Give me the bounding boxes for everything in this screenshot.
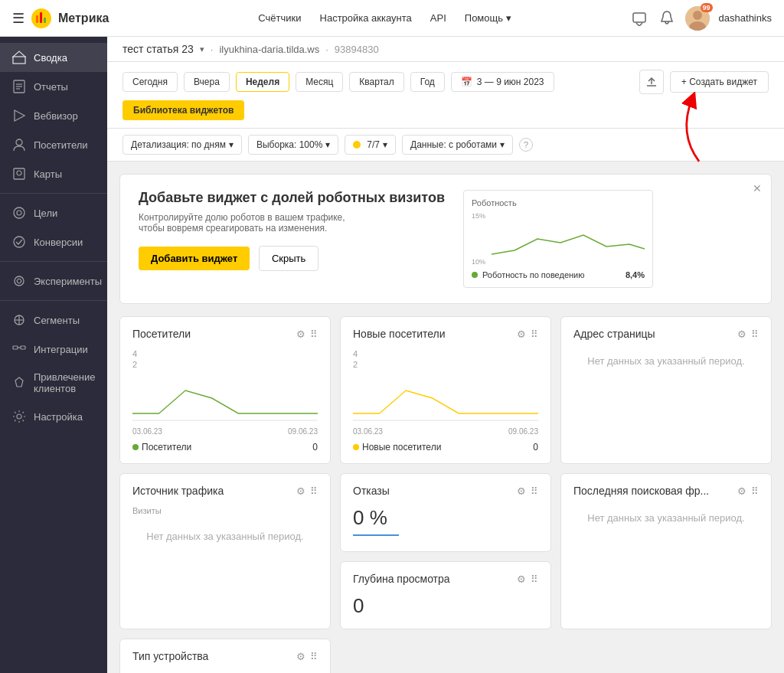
gear-icon[interactable]: ⚙ [296,651,305,662]
widget-otkazы: Отказы ⚙ ⠿ 0 % [340,473,551,552]
grid-icon[interactable]: ⠿ [310,328,318,340]
hamburger-icon[interactable]: ☰ [12,10,24,27]
counter-dropdown-arrow[interactable]: ▾ [200,44,204,54]
widget-depth-header: Глубина просмотра ⚙ ⠿ [353,573,538,585]
widget-traffic-title: Источник трафика [132,485,224,497]
date-range-picker[interactable]: 📅 3 — 9 июн 2023 [451,72,554,92]
svg-point-19 [14,237,24,247]
sidebar-item-integracii[interactable]: Интеграции [0,335,107,364]
detail-select[interactable]: Детализация: по дням ▾ [122,135,242,155]
upload-button[interactable] [639,70,664,94]
widget-device-header: Тип устройства ⚙ ⠿ [132,650,318,662]
data-source-select[interactable]: Данные: с роботами ▾ [402,135,513,155]
svg-point-14 [16,139,22,145]
grid-icon[interactable]: ⠿ [310,651,318,662]
grid-icon[interactable]: ⠿ [531,573,538,585]
create-widget-button[interactable]: + Создать виджет [670,71,769,93]
library-button[interactable]: Библиотека виджетов [122,100,244,120]
widget-address-title: Адрес страницы [573,328,655,340]
period-quarter[interactable]: Квартал [349,72,403,92]
sidebar-item-karty[interactable]: Карты [0,159,107,188]
svg-point-17 [14,207,24,218]
sidebar-item-posetiteli[interactable]: Посетители [0,130,107,159]
period-year[interactable]: Год [410,72,445,92]
sidebar-item-privlechenie[interactable]: Привлечение клиентов [0,364,107,402]
grid-icon[interactable]: ⠿ [751,485,759,497]
grid-icon[interactable]: ⠿ [531,328,538,340]
settings-icon [12,410,26,423]
sidebar-item-otchety[interactable]: Отчеты [0,72,107,101]
sidebar-item-tseli[interactable]: Цели [0,198,107,227]
gear-icon[interactable]: ⚙ [517,328,526,340]
gear-icon[interactable]: ⚙ [296,328,305,340]
gear-icon[interactable]: ⚙ [737,328,746,340]
message-icon[interactable] [630,9,648,28]
sidebar-item-svodka[interactable]: Сводка [0,43,107,72]
gear-icon[interactable]: ⚙ [737,485,746,497]
period-week[interactable]: Неделя [236,72,289,92]
period-today[interactable]: Сегодня [122,72,178,92]
grid-icon[interactable]: ⠿ [531,485,538,497]
promo-add-button[interactable]: Добавить виджет [139,247,250,270]
nav-link-nastroika[interactable]: Настройка аккаунта [320,12,412,24]
promo-chart-title: Роботность [472,198,645,207]
bell-icon[interactable] [658,9,676,28]
play-icon [12,109,26,123]
sidebar-item-segmenty[interactable]: Сегменты [0,305,107,335]
promo-hide-button[interactable]: Скрыть [259,246,318,271]
widget-underline [353,534,399,536]
widget-depth-value: 0 [353,594,538,618]
legend-dot-green [472,272,478,278]
toolbar-row1: Сегодня Вчера Неделя Месяц Квартал Год 📅… [107,62,784,129]
widget-otkazы-title: Отказы [353,485,390,497]
widget-traffic-actions: ⚙ ⠿ [296,485,318,497]
widget-visitors-title: Посетители [132,328,191,340]
sidebar-item-nastroika[interactable]: Настройка [0,402,107,431]
visitors-val2: 2 [132,360,137,369]
promo-banner: Добавьте виджет с долей роботных визитов… [119,174,772,304]
sample-select[interactable]: Выборка: 100% ▾ [248,135,338,155]
notification-badge: 99 [701,3,713,12]
sidebar-item-vebvizor[interactable]: Вебвизор [0,101,107,130]
sidebar-divider-3 [0,300,107,301]
gear-icon[interactable]: ⚙ [296,485,305,497]
widget-traffic-source: Источник трафика ⚙ ⠿ Визиты Нет данных з… [119,473,331,629]
new-visitors-chart [353,375,538,421]
grid-icon[interactable]: ⠿ [751,328,759,340]
top-nav: ☰ Метрика Счётчики Настройка аккаунта AP… [0,0,784,37]
sidebar-item-konversii[interactable]: Конверсии [0,227,107,256]
widget-search-title: Последняя поисковая фр... [573,485,709,497]
visitors-mini-chart [132,375,318,421]
period-month[interactable]: Месяц [296,72,343,92]
sidebar-divider-2 [0,261,107,262]
svg-rect-25 [21,346,25,349]
widget-visitors-header: Посетители ⚙ ⠿ [132,328,318,340]
user-avatar[interactable]: 99 [685,6,710,31]
promo-text: Добавьте виджет с долей роботных визитов… [139,190,445,271]
widget-device-type: Тип устройства ⚙ ⠿ Визиты [119,639,331,673]
gear-icon[interactable]: ⚙ [517,573,526,585]
nav-link-schetchiki[interactable]: Счётчики [258,12,301,24]
nav-link-api[interactable]: API [430,12,446,24]
date-range-text: 3 — 9 июн 2023 [477,77,544,87]
chart-y-label-bottom: 10% [472,258,485,266]
widget-depth-actions: ⚙ ⠿ [517,573,538,585]
segments-icon [12,313,26,327]
metric-dot-green [132,444,139,450]
widget-otkazы-header: Отказы ⚙ ⠿ [353,485,538,497]
content-area: Добавьте виджет с долей роботных визитов… [107,162,784,673]
main-content: тест статья 23 ▾ · ilyukhina-daria.tilda… [107,37,784,673]
grid-icon[interactable]: ⠿ [310,485,318,497]
svg-point-27 [17,414,21,419]
svg-rect-3 [44,18,46,23]
nav-link-help[interactable]: Помощь ▾ [465,12,511,24]
promo-close-button[interactable]: ✕ [753,182,762,194]
chart-value: 8,4% [626,270,645,279]
counter-title: тест статья 23 [122,43,194,55]
gear-icon[interactable]: ⚙ [517,485,526,497]
top-nav-right: 99 dashathinks [630,6,772,31]
period-yesterday[interactable]: Вчера [184,72,230,92]
robots-select[interactable]: 7/7 ▾ [345,135,396,155]
sidebar-item-eksperimenty[interactable]: Эксперименты [0,266,107,296]
help-icon[interactable]: ? [519,138,533,152]
